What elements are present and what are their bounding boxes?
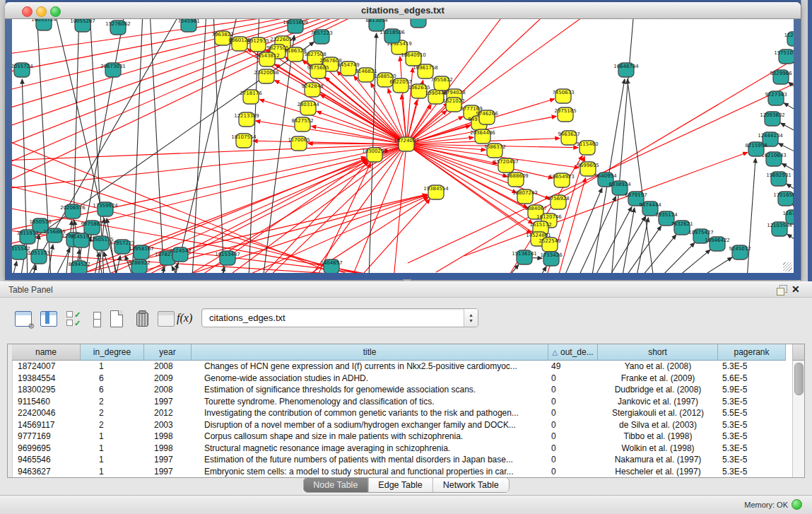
network-node-9227343[interactable]: 9227343	[765, 91, 787, 105]
network-node-8215958[interactable]: 8215958	[745, 142, 767, 156]
new-document-icon[interactable]	[107, 310, 126, 329]
table-cell[interactable]: 1	[81, 361, 144, 373]
table-cell[interactable]: 5.3E-5	[718, 431, 786, 443]
table-cell[interactable]: 5.9E-5	[718, 384, 786, 396]
function-builder-icon[interactable]: f(x)	[177, 310, 196, 329]
network-node-9975887[interactable]: 9975887	[81, 221, 102, 235]
tab-network-table[interactable]: Network Table	[433, 478, 509, 492]
table-cell[interactable]: 6	[81, 373, 144, 385]
table-cell[interactable]: Wolkin et al. (1998)	[598, 443, 718, 455]
column-header-outde[interactable]: △out_de...	[548, 344, 598, 361]
table-row[interactable]: 1456911722003Disruption of a novel membe…	[12, 419, 786, 431]
column-header-short[interactable]: short	[598, 344, 718, 361]
table-cell[interactable]: Hescheler et al. (1997)	[598, 466, 718, 478]
network-node-20673031[interactable]: 20673031	[100, 63, 126, 77]
dropdown-stepper-icon[interactable]: ▲▼	[464, 309, 478, 327]
table-cell[interactable]: Disruption of a novel member of a sodium…	[192, 419, 548, 431]
network-node-5051153[interactable]: 5051153	[28, 250, 49, 264]
table-select-dropdown[interactable]: citations_edges.txt ▲▼	[201, 308, 478, 327]
network-node-7386372[interactable]: 7386372	[483, 144, 505, 158]
table-cell[interactable]: 22420046	[12, 407, 81, 419]
network-node-2522549[interactable]: 2522549	[539, 238, 560, 252]
network-node-9875685[interactable]: 9875685	[307, 64, 329, 78]
network-node-1121304[interactable]: 1121304	[784, 32, 794, 46]
network-node-15276062[interactable]: 15276062	[105, 21, 131, 35]
table-cell[interactable]: 0	[548, 431, 598, 443]
table-cell[interactable]: 18300295	[12, 384, 81, 396]
table-cell[interactable]: 2012	[144, 407, 192, 419]
network-node-9463627[interactable]: 9463627	[558, 131, 579, 145]
network-node-9329966[interactable]: 9329966	[770, 70, 792, 84]
vertical-scrollbar[interactable]	[792, 361, 804, 477]
network-node-16654923[interactable]: 16654923	[549, 173, 575, 187]
network-node-8694522[interactable]: 8694522	[68, 261, 90, 273]
network-node-7450633[interactable]: 7450633	[552, 89, 574, 103]
network-node-7524542[interactable]: 7524542	[169, 247, 191, 262]
network-node-1404657[interactable]: 1404657	[320, 259, 342, 273]
table-cell[interactable]: Stergiakouli et al. (2012)	[598, 407, 718, 419]
table-cell[interactable]: Yano et al. (2008)	[598, 361, 718, 373]
network-node-2718176[interactable]: 2718176	[240, 90, 262, 104]
table-cell[interactable]: Embryonic stem cells: a model to study s…	[192, 466, 548, 478]
table-cell[interactable]: 2	[81, 419, 144, 431]
network-node-1733426[interactable]: 1733426	[540, 252, 563, 266]
table-cell[interactable]: 1997	[144, 466, 192, 478]
table-cell[interactable]: 0	[548, 466, 598, 478]
show-columns-icon[interactable]	[40, 310, 59, 329]
table-cell[interactable]: Tourette syndrome. Phenomenology and cla…	[192, 396, 548, 408]
resize-grip-icon[interactable]	[783, 262, 792, 271]
network-node-18107554[interactable]: 18107554	[231, 134, 257, 148]
network-node-9242848[interactable]: 9242848	[301, 83, 323, 97]
network-node-9245012[interactable]: 9245012	[729, 245, 751, 259]
table-cell[interactable]: 2003	[144, 419, 192, 431]
table-cell[interactable]: Corpus callosum shape and size in male p…	[192, 431, 548, 443]
table-cell[interactable]: 5.3E-5	[718, 443, 786, 455]
column-header-indegree[interactable]: in_degree	[81, 344, 144, 361]
table-cell[interactable]: 19384554	[12, 373, 81, 385]
table-cell[interactable]: Investigating the contribution of common…	[192, 407, 548, 419]
table-cell[interactable]: Dudbridge et al. (2008)	[598, 384, 718, 396]
network-node-8427552[interactable]: 8427552	[291, 117, 313, 132]
table-cell[interactable]: 1998	[144, 431, 192, 443]
table-cell[interactable]: 1	[81, 454, 144, 466]
table-row[interactable]: 1830029562008Estimation of significance …	[12, 384, 786, 396]
table-cell[interactable]: 0	[548, 384, 598, 396]
table-cell[interactable]: 0	[548, 396, 598, 408]
network-node-15751074[interactable]: 15751074	[774, 49, 794, 64]
clear-selection-icon[interactable]	[88, 310, 107, 329]
network-node-2803144[interactable]: 2803144	[297, 101, 319, 115]
table-cell[interactable]: 1998	[144, 443, 192, 455]
table-cell[interactable]: 9777169	[12, 431, 81, 443]
table-cell[interactable]: Franke et al. (2009)	[598, 373, 718, 385]
network-node-2975185[interactable]: 2975185	[554, 107, 576, 122]
table-cell[interactable]: 5.3E-5	[718, 419, 786, 431]
table-cell[interactable]: Estimation of the future numbers of pati…	[192, 454, 548, 466]
table-cell[interactable]: 1	[81, 431, 144, 443]
column-header-pagerank[interactable]: pagerank	[718, 344, 786, 361]
table-cell[interactable]: 0	[548, 443, 598, 455]
table-cell[interactable]: de Silva et al. (2003)	[598, 419, 718, 431]
column-header-year[interactable]: year	[144, 344, 192, 361]
table-cell[interactable]: Nakamura et al. (1997)	[598, 454, 718, 466]
table-cell[interactable]: 5.3E-5	[718, 361, 786, 373]
table-cell[interactable]: 9463627	[12, 466, 81, 478]
network-node-17016504[interactable]: 17016504	[773, 192, 794, 206]
table-row[interactable]: 1872400712008Changes of HCN gene express…	[12, 361, 786, 373]
table-cell[interactable]: 5.3E-5	[718, 454, 786, 466]
table-row[interactable]: 969969511998Structural magnetic resonanc…	[12, 443, 786, 455]
table-cell[interactable]: 0	[548, 373, 598, 385]
table-cell[interactable]: 0	[548, 407, 598, 419]
column-header-title[interactable]: title	[192, 344, 548, 361]
table-row[interactable]: 1938455462009Genome-wide association stu…	[12, 373, 786, 385]
table-row[interactable]: 911546021997Tourette syndrome. Phenomeno…	[12, 396, 786, 408]
table-cell[interactable]: 2008	[144, 361, 192, 373]
table-cell[interactable]: 1997	[144, 396, 192, 408]
table-cell[interactable]: 2	[81, 396, 144, 408]
table-cell[interactable]: 14569117	[12, 419, 81, 431]
scrollbar-thumb[interactable]	[794, 363, 804, 395]
float-panel-icon[interactable]	[777, 285, 787, 295]
table-cell[interactable]: 49	[548, 361, 598, 373]
table-cell[interactable]: 1	[81, 443, 144, 455]
network-graph[interactable]: 1872400779638228860128891293523226058982…	[12, 19, 794, 273]
table-cell[interactable]: 1	[81, 466, 144, 478]
